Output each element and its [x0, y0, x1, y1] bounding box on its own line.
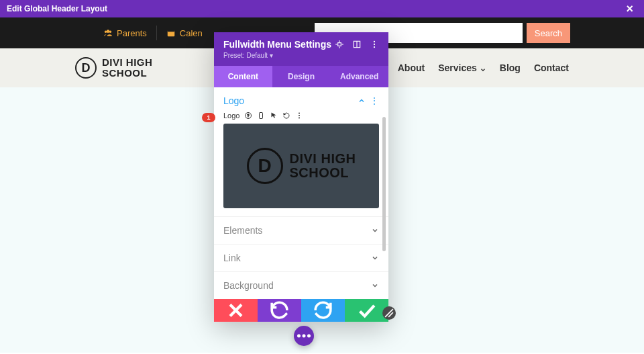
- reset-icon[interactable]: [282, 112, 290, 120]
- chevron-down-icon: [480, 64, 486, 71]
- modal-body: Logo ⋮ Logo ? D DIVI HIGH S: [214, 87, 388, 299]
- svg-point-17: [299, 118, 300, 119]
- logo-line2: SCHOOL: [102, 68, 152, 79]
- svg-point-22: [297, 335, 301, 338]
- logo-field-label: Logo: [223, 112, 239, 120]
- preset-label[interactable]: Preset: Default ▾: [223, 52, 379, 59]
- modal-header: Fullwidth Menu Settings Preset: Default …: [214, 32, 388, 66]
- logo-preview[interactable]: D DIVI HIGH SCHOOL: [223, 124, 379, 208]
- settings-modal: Fullwidth Menu Settings Preset: Default …: [214, 32, 388, 322]
- topnav-calendar-label: Calen: [180, 28, 203, 38]
- nav-about[interactable]: About: [398, 62, 425, 73]
- svg-point-9: [374, 41, 375, 42]
- svg-rect-14: [260, 113, 263, 119]
- help-icon[interactable]: ?: [244, 112, 252, 120]
- step-badge-1: 1: [202, 113, 215, 122]
- svg-point-24: [307, 335, 311, 338]
- tablet-icon[interactable]: [257, 112, 265, 120]
- tab-advanced[interactable]: Advanced: [330, 66, 388, 87]
- undo-button[interactable]: [258, 299, 301, 322]
- modal-tabs: Content Design Advanced: [214, 66, 388, 87]
- logo-mark: D: [75, 57, 97, 79]
- layout-icon[interactable]: [352, 40, 362, 49]
- chevron-down-icon[interactable]: [371, 281, 379, 290]
- preview-logo-mark: D: [247, 148, 283, 184]
- svg-text:?: ?: [248, 114, 250, 118]
- svg-rect-2: [338, 43, 341, 46]
- calendar-icon: [166, 28, 176, 38]
- global-header-title: Edit Global Header Layout: [7, 4, 107, 13]
- topnav-calendar[interactable]: Calen: [157, 26, 212, 40]
- section-background-title[interactable]: Background: [223, 280, 274, 291]
- preview-line2: SCHOOL: [290, 166, 356, 180]
- topnav-parents[interactable]: Parents: [94, 26, 156, 40]
- svg-point-23: [303, 335, 306, 338]
- preview-line1: DIVI HIGH: [290, 152, 356, 166]
- svg-point-16: [299, 115, 300, 116]
- target-icon[interactable]: [335, 40, 344, 49]
- chevron-down-icon[interactable]: [371, 254, 379, 262]
- field-options-icon[interactable]: [295, 112, 303, 120]
- resize-handle[interactable]: [382, 306, 396, 320]
- more-fab[interactable]: [294, 326, 314, 346]
- modal-title: Fullwidth Menu Settings: [223, 39, 331, 50]
- delete-button[interactable]: [214, 299, 258, 322]
- cursor-icon[interactable]: [270, 112, 278, 120]
- svg-rect-1: [168, 30, 175, 32]
- close-icon[interactable]: ×: [622, 2, 637, 16]
- svg-point-15: [299, 113, 300, 114]
- nav-services[interactable]: Services: [438, 62, 486, 73]
- nav-blog[interactable]: Blog: [500, 62, 521, 73]
- chevron-up-icon[interactable]: [358, 97, 366, 105]
- nav-contact[interactable]: Contact: [534, 62, 569, 73]
- section-elements-title[interactable]: Elements: [223, 225, 262, 236]
- tab-design[interactable]: Design: [272, 66, 331, 87]
- users-icon: [103, 28, 113, 38]
- section-options-icon[interactable]: ⋮: [370, 95, 379, 106]
- modal-scrollbar[interactable]: [382, 117, 386, 281]
- search-button[interactable]: Search: [527, 23, 570, 43]
- svg-point-10: [374, 44, 375, 45]
- chevron-down-icon[interactable]: [371, 226, 379, 234]
- topnav-parents-label: Parents: [117, 28, 147, 38]
- site-logo[interactable]: D DIVI HIGH SCHOOL: [75, 57, 152, 79]
- caret-down-icon: ▾: [270, 52, 273, 59]
- kebab-icon[interactable]: [370, 40, 379, 49]
- section-logo-title[interactable]: Logo: [223, 95, 244, 106]
- tab-content[interactable]: Content: [214, 66, 272, 87]
- logo-line1: DIVI HIGH: [102, 57, 152, 68]
- section-link-title[interactable]: Link: [223, 253, 241, 263]
- svg-point-11: [374, 46, 375, 48]
- nav-services-label: Services: [438, 62, 477, 73]
- redo-button[interactable]: [301, 299, 345, 322]
